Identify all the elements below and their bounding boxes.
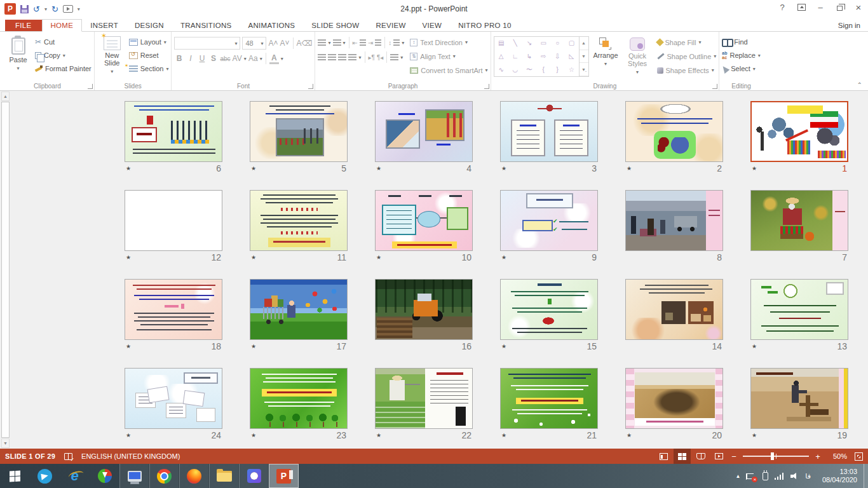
taskbar-remote-desktop-icon[interactable] xyxy=(119,464,149,488)
scroll-up-icon[interactable]: ▲ xyxy=(1,92,10,101)
ltr-direction-icon[interactable]: ▸¶ xyxy=(369,54,375,61)
font-name-combo[interactable]: ▾ xyxy=(174,37,240,50)
justify-icon[interactable] xyxy=(348,54,356,60)
align-left-icon[interactable] xyxy=(318,54,326,60)
decrease-indent-icon[interactable]: ⇤ xyxy=(353,39,358,46)
tab-view[interactable]: VIEW xyxy=(414,20,451,31)
sign-in-link[interactable]: Sign in xyxy=(838,22,860,29)
slide-thumbnail-9[interactable]: ★9 xyxy=(500,190,598,264)
cut-button[interactable]: Cut xyxy=(35,36,92,48)
slide-thumbnail-13[interactable]: ★13 xyxy=(750,279,848,353)
right-brace-shape-icon[interactable]: } xyxy=(557,67,559,73)
bold-button[interactable]: B xyxy=(174,54,184,63)
increase-font-size-button[interactable]: A˄ xyxy=(268,39,278,48)
slide-thumbnail-6[interactable]: ★6 xyxy=(125,101,222,175)
numbering-icon[interactable] xyxy=(333,39,341,46)
slide-thumbnail-16[interactable]: 16 xyxy=(375,279,473,353)
tab-transitions[interactable]: TRANSITIONS xyxy=(172,20,240,31)
zoom-slider-thumb[interactable] xyxy=(771,452,774,460)
fit-slide-to-window-icon[interactable] xyxy=(855,452,863,461)
slide-thumbnail-14[interactable]: 14 xyxy=(625,279,723,353)
new-slide-button[interactable]: New Slide ▾ xyxy=(97,34,127,81)
slide-thumbnail-15[interactable]: ★15 xyxy=(500,279,598,353)
customize-qat-icon[interactable]: ▾ xyxy=(78,6,80,12)
elbow-arrow-shape-icon[interactable]: ↳ xyxy=(527,53,532,60)
format-painter-button[interactable]: Format Painter xyxy=(35,63,92,74)
find-button[interactable]: Find xyxy=(722,36,761,48)
shapes-gallery-scroll[interactable]: ▲▼▼̱ xyxy=(579,37,588,76)
shape-effects-button[interactable]: Shape Effects▾ xyxy=(657,64,717,76)
columns-icon[interactable] xyxy=(390,54,398,60)
redo-icon[interactable]: ↻ xyxy=(51,5,58,13)
underline-button[interactable]: U xyxy=(197,54,207,63)
text-direction-button[interactable]: ↕Text Direction▾ xyxy=(410,36,487,48)
tab-animations[interactable]: ANIMATIONS xyxy=(240,20,304,31)
tab-design[interactable]: DESIGN xyxy=(126,20,172,31)
taskbar-internet-explorer-icon[interactable]: e xyxy=(60,464,90,488)
scroll-down-icon[interactable]: ▼ xyxy=(1,438,10,448)
tab-review[interactable]: REVIEW xyxy=(367,20,414,31)
slide-thumbnail-2[interactable]: ★2 xyxy=(625,101,723,175)
vertical-scrollbar[interactable]: ▲ ▼ xyxy=(1,91,10,449)
tab-home[interactable]: HOME xyxy=(42,19,83,32)
slide-thumbnail-10[interactable]: ★10 xyxy=(375,190,473,264)
tab-nitro-pro[interactable]: NITRO PRO 10 xyxy=(450,20,519,31)
elbow-shape-icon[interactable]: ∟ xyxy=(512,53,519,60)
clear-formatting-button[interactable]: A⌫ xyxy=(297,39,313,48)
rtl-direction-icon[interactable]: ¶◂ xyxy=(377,54,383,61)
reading-view-button[interactable] xyxy=(692,449,709,464)
decrease-font-size-button[interactable]: A˅ xyxy=(280,39,289,48)
copy-dropdown-icon[interactable]: ▾ xyxy=(63,53,65,58)
slide-thumbnail-22[interactable]: ★22 xyxy=(375,368,473,442)
slide-thumbnail-7[interactable]: 7 xyxy=(750,190,848,264)
paste-button[interactable]: Paste ▾ xyxy=(3,34,33,81)
replace-button[interactable]: Replace▾ xyxy=(722,50,761,61)
paragraph-dialog-launcher-icon[interactable] xyxy=(484,84,489,89)
slide-thumbnail-4[interactable]: ★4 xyxy=(375,101,473,175)
align-center-icon[interactable] xyxy=(328,54,336,60)
minimize-icon[interactable]: – xyxy=(811,0,830,15)
line-shape-icon[interactable]: ╲ xyxy=(513,40,517,46)
tab-slide-show[interactable]: SLIDE SHOW xyxy=(303,20,367,31)
power-icon[interactable] xyxy=(763,472,768,480)
curve-shape-icon[interactable]: 〜 xyxy=(526,67,532,73)
bullets-icon[interactable] xyxy=(318,39,326,46)
zoom-out-button[interactable]: − xyxy=(729,452,739,461)
align-text-button[interactable]: ⇅Align Text▾ xyxy=(410,50,487,62)
italic-button[interactable]: I xyxy=(186,54,195,63)
shape-outline-button[interactable]: Shape Outline▾ xyxy=(657,50,717,62)
undo-dropdown-icon[interactable]: ▾ xyxy=(44,6,47,12)
reset-button[interactable]: Reset xyxy=(129,50,169,61)
action-center-flag-icon[interactable] xyxy=(747,473,754,479)
taskbar-powerpoint-icon[interactable]: P xyxy=(269,464,299,488)
paste-dropdown-icon[interactable]: ▾ xyxy=(17,65,19,72)
input-language-indicator[interactable]: فا xyxy=(805,472,811,480)
taskbar-start-icon[interactable] xyxy=(0,464,30,488)
increase-indent-icon[interactable]: ⇥ xyxy=(368,39,373,46)
zoom-slider[interactable] xyxy=(743,456,809,457)
font-dialog-launcher-icon[interactable] xyxy=(308,84,313,89)
slide-thumbnail-21[interactable]: ★21 xyxy=(500,368,598,442)
tab-insert[interactable]: INSERT xyxy=(82,20,126,31)
taskbar-chrome-icon[interactable] xyxy=(149,464,179,488)
taskbar-file-explorer-icon[interactable] xyxy=(209,464,239,488)
save-icon[interactable] xyxy=(20,5,29,13)
slide-thumbnail-1[interactable]: ★1 xyxy=(750,101,848,175)
close-icon[interactable]: × xyxy=(849,0,868,15)
slide-thumbnail-19[interactable]: ★19 xyxy=(750,368,848,442)
zoom-level[interactable]: 50% xyxy=(828,452,847,460)
triangle-shape-icon[interactable]: △ xyxy=(499,53,504,60)
change-case-button[interactable]: Aa xyxy=(248,54,258,63)
drawing-dialog-launcher-icon[interactable] xyxy=(712,84,717,89)
spellcheck-icon[interactable] xyxy=(64,453,72,460)
collapse-ribbon-icon[interactable]: ⌃ xyxy=(857,81,862,88)
arc-shape-icon[interactable]: ◡ xyxy=(512,67,518,73)
character-spacing-button[interactable]: AV xyxy=(233,54,242,63)
slide-thumbnail-17[interactable]: ★17 xyxy=(250,279,348,353)
arrow-shape-icon[interactable]: ↘ xyxy=(527,40,532,46)
tab-file[interactable]: FILE xyxy=(5,20,42,31)
shape-fill-button[interactable]: Shape Fill▾ xyxy=(657,36,717,48)
rounded-rectangle-shape-icon[interactable]: ▢ xyxy=(569,40,574,46)
hidden-icons-icon[interactable]: ▲ xyxy=(735,473,740,479)
slide-thumbnail-24[interactable]: ★24 xyxy=(125,368,222,442)
